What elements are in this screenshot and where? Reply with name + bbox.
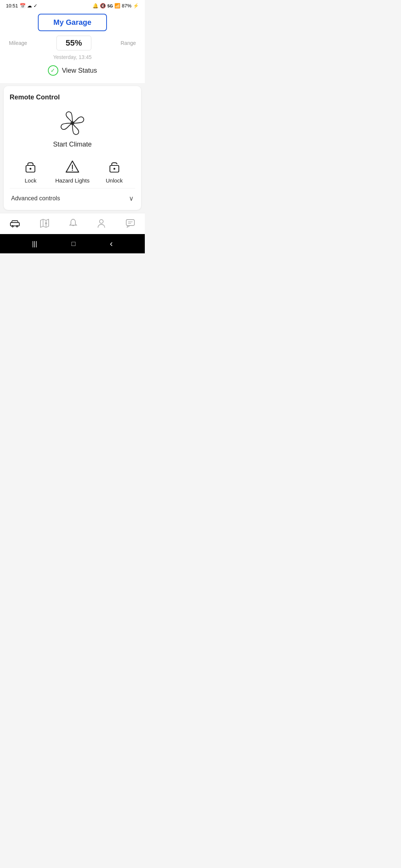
view-status-button[interactable]: ✓ View Status xyxy=(6,65,139,76)
nav-map-button[interactable] xyxy=(35,217,54,230)
nav-profile-button[interactable] xyxy=(92,217,110,230)
charging-icon: ⚡ xyxy=(133,3,139,9)
advanced-controls-button[interactable]: Advanced controls ∨ xyxy=(10,188,135,204)
chat-icon xyxy=(125,219,135,228)
battery-percent: 55% xyxy=(56,36,91,50)
status-right: 🔔 🔇 5G 📶 87% ⚡ xyxy=(92,3,139,9)
svg-point-6 xyxy=(113,168,115,170)
svg-rect-7 xyxy=(10,223,19,226)
view-status-label: View Status xyxy=(62,67,97,75)
battery-display: 87% xyxy=(122,3,131,9)
svg-rect-14 xyxy=(126,220,134,226)
alarm-icon: 🔔 xyxy=(92,3,98,9)
status-check-icon: ✓ xyxy=(48,65,58,76)
cloud-icon: ☁ xyxy=(27,3,32,9)
nav-messages-button[interactable] xyxy=(121,217,140,229)
hazard-lights-button[interactable]: Hazard Lights xyxy=(52,160,94,184)
network-icon: 5G xyxy=(107,4,113,8)
lock-button[interactable]: Lock xyxy=(10,159,52,184)
header: My Garage xyxy=(0,10,145,36)
climate-label: Start Climate xyxy=(53,141,92,148)
unlock-label: Unlock xyxy=(106,177,123,184)
controls-row: Lock Hazard Lights Unlock xyxy=(10,159,135,184)
calendar-icon: 📅 xyxy=(20,3,26,9)
status-bar: 10:51 📅 ☁ ✓ 🔔 🔇 5G 📶 87% ⚡ xyxy=(0,0,145,10)
android-home-button[interactable]: □ xyxy=(72,240,76,248)
lock-icon xyxy=(23,159,38,174)
top-section: Mileage 55% Range Yesterday, 13:45 ✓ Vie… xyxy=(0,36,145,83)
map-icon xyxy=(40,218,49,228)
status-left: 10:51 📅 ☁ ✓ xyxy=(6,3,38,9)
advanced-controls-label: Advanced controls xyxy=(11,195,60,202)
hazard-label: Hazard Lights xyxy=(55,177,90,184)
nav-alerts-button[interactable] xyxy=(64,217,82,230)
time-display: 10:51 xyxy=(6,3,18,9)
remote-control-title: Remote Control xyxy=(10,93,135,101)
nav-car-button[interactable] xyxy=(5,218,25,229)
svg-point-4 xyxy=(72,170,73,171)
android-menu-button[interactable]: ||| xyxy=(32,240,37,248)
check-icon: ✓ xyxy=(33,3,38,9)
last-updated-timestamp: Yesterday, 13:45 xyxy=(6,54,139,60)
metrics-row: Mileage 55% Range xyxy=(6,36,139,50)
hazard-icon xyxy=(65,160,80,174)
svg-point-13 xyxy=(100,220,103,223)
mileage-label: Mileage xyxy=(9,40,27,46)
android-nav-bar: ||| □ ‹ xyxy=(0,234,145,253)
person-icon xyxy=(97,218,106,228)
android-back-button[interactable]: ‹ xyxy=(110,239,113,249)
mute-icon: 🔇 xyxy=(100,3,106,9)
lock-label: Lock xyxy=(25,177,36,184)
car-icon xyxy=(10,219,20,227)
bell-icon xyxy=(69,218,78,228)
signal-icon: 📶 xyxy=(114,3,120,9)
remote-control-card: Remote Control Start Climate Lock xyxy=(4,86,141,210)
chevron-down-icon: ∨ xyxy=(129,194,134,203)
my-garage-button[interactable]: My Garage xyxy=(38,14,107,31)
start-climate-button[interactable]: Start Climate xyxy=(10,110,135,148)
unlock-button[interactable]: Unlock xyxy=(93,159,135,184)
unlock-icon xyxy=(107,159,122,174)
bottom-nav xyxy=(0,213,145,234)
range-label: Range xyxy=(121,40,136,46)
svg-point-2 xyxy=(30,168,32,170)
fan-icon xyxy=(59,110,85,136)
